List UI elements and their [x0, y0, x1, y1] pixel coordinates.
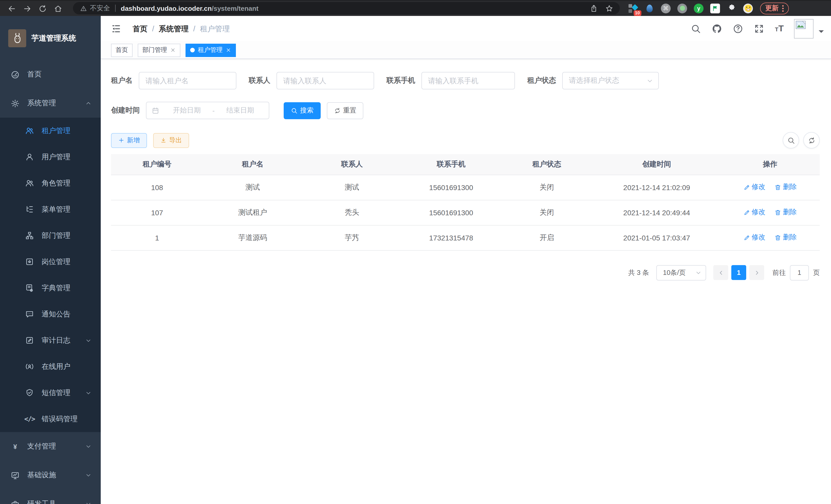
- fullscreen-icon[interactable]: [754, 24, 764, 34]
- tab-tenant[interactable]: 租户管理: [185, 43, 236, 57]
- page-size-select[interactable]: 10条/页: [656, 265, 706, 280]
- message-icon: [25, 310, 34, 319]
- col-mobile: 联系手机: [402, 154, 501, 175]
- mobile-input[interactable]: [422, 72, 515, 89]
- sidebar: 芋道管理系统 首页 系统管理 租户管理: [0, 16, 101, 504]
- app-logo-row[interactable]: 芋道管理系统: [0, 16, 101, 60]
- status-text: 关闭: [501, 175, 593, 200]
- reset-button[interactable]: 重置: [327, 102, 363, 119]
- show-search-toggle-button[interactable]: [783, 132, 799, 148]
- close-icon[interactable]: [226, 47, 231, 53]
- browser-forward-button[interactable]: [20, 4, 35, 13]
- url-host: dashboard.yudao.iocoder.cn: [121, 4, 212, 12]
- tabs-extension-icon[interactable]: 10: [628, 3, 638, 13]
- calendar-icon: [152, 107, 159, 114]
- sidebar-item-tenant[interactable]: 租户管理: [0, 118, 101, 144]
- puzzle-extensions-icon[interactable]: [727, 3, 737, 13]
- y-logo-extension-icon[interactable]: y: [694, 3, 704, 13]
- search-button[interactable]: 搜索: [284, 102, 321, 119]
- sidebar-item-sms[interactable]: 短信管理: [0, 380, 101, 406]
- download-icon: [160, 137, 167, 143]
- filter-row-1: 租户名 联系人 联系手机 租户状态 请选择租户状态: [111, 72, 820, 89]
- refresh-icon: [334, 107, 341, 114]
- refresh-table-button[interactable]: [803, 132, 820, 148]
- org-tree-icon: [25, 231, 34, 240]
- breadcrumb-current: 租户管理: [200, 24, 230, 34]
- browser-menu-icon[interactable]: [782, 5, 784, 11]
- sidebar-item-dept[interactable]: 部门管理: [0, 223, 101, 249]
- col-contact: 联系人: [303, 154, 402, 175]
- balloon-extension-icon[interactable]: [644, 3, 654, 13]
- delete-link[interactable]: 删除: [775, 183, 797, 192]
- table-toolbar: 新增 导出: [111, 132, 820, 148]
- sidebar-item-dict[interactable]: 字典管理: [0, 275, 101, 301]
- edit-link[interactable]: 修改: [743, 183, 766, 192]
- breadcrumb-system[interactable]: 系统管理: [159, 24, 189, 34]
- sidebar-item-notice[interactable]: 通知公告: [0, 301, 101, 327]
- sidebar-collapse-button[interactable]: [111, 24, 121, 34]
- share-button[interactable]: [588, 4, 599, 12]
- sidebar-item-user[interactable]: 用户管理: [0, 144, 101, 170]
- sidebar-item-post[interactable]: 岗位管理: [0, 249, 101, 275]
- contact-input[interactable]: [277, 72, 374, 89]
- pencil-icon: [743, 234, 750, 241]
- tab-home[interactable]: 首页: [111, 43, 133, 57]
- sidebar-item-home[interactable]: 首页: [0, 60, 101, 89]
- chevron-down-icon: [695, 269, 701, 276]
- edit-link[interactable]: 修改: [743, 233, 766, 242]
- prev-page-button[interactable]: [713, 265, 728, 280]
- search-icon: [291, 107, 297, 114]
- menu-tree-icon: [25, 205, 34, 214]
- search-icon[interactable]: [691, 24, 701, 34]
- browser-reload-button[interactable]: [35, 4, 50, 13]
- status-select[interactable]: 请选择租户状态: [562, 72, 659, 89]
- next-page-button[interactable]: [749, 265, 764, 280]
- sidebar-item-role[interactable]: 角色管理: [0, 170, 101, 196]
- sidebar-item-dev-tools[interactable]: 研发工具: [0, 490, 101, 504]
- browser-home-button[interactable]: [50, 4, 66, 13]
- sidebar-item-menu-mgmt[interactable]: 菜单管理: [0, 196, 101, 223]
- table-row: 108 测试 测试 15601691300 关闭 2021-12-14 21:0…: [111, 175, 820, 200]
- emoji-extension-icon[interactable]: [743, 3, 753, 13]
- mobile-label: 联系手机: [386, 76, 422, 85]
- chevron-right-icon: [754, 269, 760, 276]
- sidebar-item-error-code[interactable]: </> 错误码管理: [0, 406, 101, 432]
- delete-link[interactable]: 删除: [775, 208, 797, 217]
- url-bar[interactable]: 不安全 dashboard.yudao.iocoder.cn/system/te…: [73, 2, 620, 14]
- delete-link[interactable]: 删除: [775, 233, 797, 242]
- help-icon[interactable]: [733, 24, 743, 34]
- edit-link[interactable]: 修改: [743, 208, 766, 217]
- command-extension-icon[interactable]: ⌘: [661, 3, 671, 13]
- sidebar-item-audit-log[interactable]: 审计日志: [0, 327, 101, 353]
- date-range-picker[interactable]: 开始日期 - 结束日期: [146, 102, 269, 119]
- trash-icon: [775, 234, 781, 241]
- export-button[interactable]: 导出: [153, 133, 189, 148]
- flag-extension-icon[interactable]: [710, 3, 720, 13]
- table-row: 1 芋道源码 芋艿 17321315478 开启 2021-01-05 17:0…: [111, 225, 820, 250]
- browser-update-button[interactable]: 更新: [760, 2, 789, 14]
- tenant-name-input[interactable]: [139, 72, 236, 89]
- chevron-down-icon: [85, 501, 91, 504]
- start-date-placeholder: 开始日期: [164, 106, 210, 115]
- trash-icon: [775, 209, 781, 216]
- tab-dept[interactable]: 部门管理: [138, 43, 180, 57]
- sidebar-item-online-user[interactable]: 在线用户: [0, 353, 101, 380]
- close-icon[interactable]: [170, 47, 176, 53]
- font-size-icon[interactable]: TT: [775, 24, 784, 34]
- sidebar-item-pay[interactable]: ¥ 支付管理: [0, 432, 101, 461]
- goto-page-input[interactable]: [790, 265, 809, 280]
- bookmark-star-button[interactable]: [603, 4, 614, 12]
- user-avatar-menu[interactable]: [794, 19, 824, 38]
- refresh-icon: [808, 137, 815, 144]
- sidebar-item-infra[interactable]: 基础设施: [0, 461, 101, 490]
- browser-back-button[interactable]: [4, 4, 20, 13]
- breadcrumb-home[interactable]: 首页: [133, 24, 147, 34]
- github-icon[interactable]: [712, 24, 722, 34]
- gauge-icon: [11, 70, 20, 79]
- page-number-1[interactable]: 1: [731, 265, 746, 280]
- sidebar-item-system[interactable]: 系统管理: [0, 89, 101, 118]
- circle-extension-icon[interactable]: [677, 3, 687, 13]
- add-button[interactable]: 新增: [111, 133, 147, 148]
- breadcrumb: 首页 / 系统管理 / 租户管理: [133, 24, 230, 34]
- code-icon: </>: [25, 415, 34, 423]
